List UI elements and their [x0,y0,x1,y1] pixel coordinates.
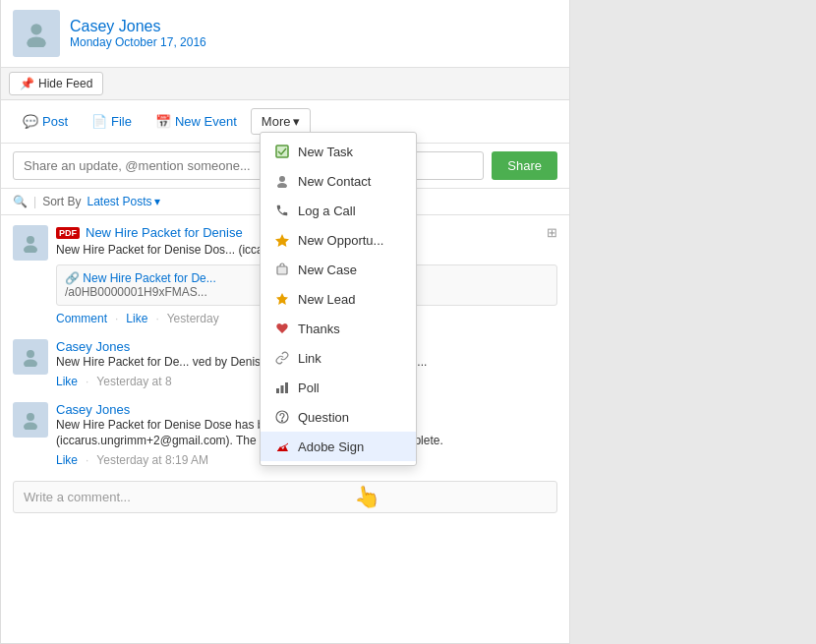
menu-item-label: New Opportu... [298,233,383,248]
hide-feed-button[interactable]: 📌 Hide Feed [9,72,103,95]
menu-item-label: New Lead [298,292,356,307]
share-button[interactable]: Share [492,151,557,180]
menu-item-new-case[interactable]: New Case [261,255,416,284]
menu-item-new-lead[interactable]: New Lead [261,284,416,314]
svg-point-4 [27,350,34,358]
expand-icon: ⊞ [547,225,557,240]
separator: · [86,453,88,467]
comment-action[interactable]: Comment [56,312,107,325]
svg-point-3 [24,246,37,254]
svg-point-5 [24,359,37,367]
avatar [13,10,60,57]
task-icon [274,144,290,159]
feed-link-sub: /a0HB0000001H9xFMAS... [65,285,207,299]
new-event-label: New Event [175,114,237,129]
svg-point-9 [279,176,285,182]
thanks-icon [274,321,290,336]
menu-item-log-call[interactable]: Log a Call [261,196,416,225]
comment-placeholder: Write a comment... [24,490,131,504]
post-label: Post [42,114,68,129]
hide-feed-bar: 📌 Hide Feed [1,68,569,100]
menu-item-poll[interactable]: Poll [261,373,416,402]
menu-item-link[interactable]: Link [261,343,416,373]
more-label: More [262,114,291,129]
pin-icon: 📌 [20,77,34,90]
pdf-icon: PDF [56,227,80,239]
menu-item-label: New Task [298,145,353,159]
contact-icon [274,173,290,189]
file-icon: 📄 [91,114,107,129]
menu-item-label: New Case [298,263,357,277]
lead-icon [274,291,290,307]
menu-item-label: Thanks [298,322,340,336]
call-icon [274,203,290,218]
svg-rect-13 [276,388,279,393]
svg-rect-14 [281,385,284,393]
svg-point-2 [27,236,34,244]
feed-time: Yesterday at 8:19 AM [96,453,208,467]
like-action[interactable]: Like [56,375,78,388]
menu-item-label: Adobe Sign [298,439,364,454]
dropdown-menu: New Task New Contact Log a Call [260,132,417,466]
file-button[interactable]: 📄 File [82,109,142,134]
feed-link[interactable]: New Hire Packet for De... [83,271,215,285]
like-action[interactable]: Like [56,453,78,467]
svg-rect-12 [277,266,287,274]
more-button[interactable]: More ▾ [251,108,312,135]
comment-box[interactable]: Write a comment... [13,481,557,513]
menu-item-label: Link [298,351,321,366]
question-icon [274,409,290,425]
separator: · [86,375,88,388]
svg-rect-8 [276,146,288,157]
feed-time: Yesterday [167,312,219,325]
menu-item-label: Question [298,410,349,425]
menu-item-adobe-sign[interactable]: Adobe Sign [261,432,416,461]
menu-item-label: New Contact [298,174,371,189]
svg-point-10 [277,183,287,188]
separator: · [155,312,158,325]
sort-chevron-icon: ▾ [154,195,160,208]
menu-item-new-contact[interactable]: New Contact [261,166,416,196]
svg-point-6 [27,413,34,421]
menu-item-question[interactable]: Question [261,402,416,432]
profile-info: Casey Jones Monday October 17, 2016 [70,18,206,49]
profile-header: Casey Jones Monday October 17, 2016 [1,0,569,68]
link-icon [274,350,290,366]
menu-item-label: Log a Call [298,204,356,218]
sort-option[interactable]: Latest Posts ▾ [87,195,159,208]
svg-point-17 [282,421,283,422]
post-icon: 💬 [23,114,38,129]
chevron-down-icon: ▾ [293,114,300,129]
avatar [13,339,48,375]
hide-feed-label: Hide Feed [38,77,92,90]
sort-option-label: Latest Posts [87,195,151,208]
post-button[interactable]: 💬 Post [13,109,78,134]
like-action[interactable]: Like [126,312,147,325]
sort-by-label: Sort By [42,195,81,208]
menu-item-thanks[interactable]: Thanks [261,314,416,343]
menu-item-new-opportunity[interactable]: New Opportu... [261,225,416,255]
pipe-separator: | [33,195,36,208]
event-icon: 📅 [155,114,171,129]
search-icon: 🔍 [13,195,28,208]
case-icon [274,262,290,277]
svg-marker-11 [275,234,289,247]
profile-date: Monday October 17, 2016 [70,35,206,49]
file-label: File [111,114,132,129]
menu-item-new-task[interactable]: New Task [261,137,416,166]
feed-item-name[interactable]: New Hire Packet for Denise [86,225,243,240]
poll-icon [274,380,290,395]
share-label: Share [507,158,542,173]
svg-rect-15 [285,382,288,393]
opportunity-icon [274,232,290,248]
svg-point-1 [27,37,46,48]
adobe-sign-icon [274,439,290,454]
separator: · [115,312,118,325]
svg-point-7 [24,422,37,430]
menu-item-label: Poll [298,381,320,395]
new-event-button[interactable]: 📅 New Event [146,109,247,134]
svg-point-0 [30,24,41,34]
avatar [13,402,48,438]
link-icon: 🔗 [65,271,80,285]
profile-name: Casey Jones [70,18,206,35]
